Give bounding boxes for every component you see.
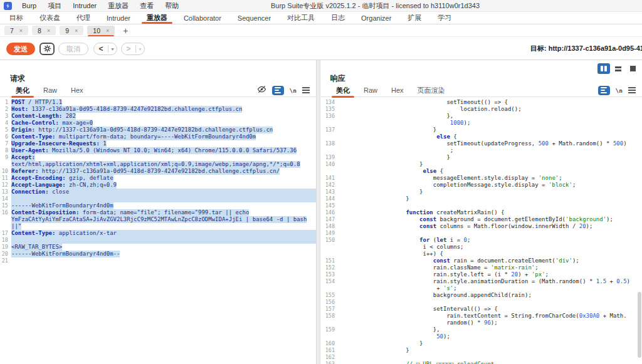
layout-rows-button[interactable]	[612, 63, 624, 74]
layout-single-button[interactable]	[626, 63, 639, 74]
panel-splitter[interactable]	[316, 60, 320, 364]
close-tab-icon[interactable]: ×	[47, 28, 50, 34]
session-tab[interactable]: 10×	[87, 26, 115, 35]
code-text: Origin: http://1337-c136a91a-0d95-418d-8…	[11, 127, 273, 133]
code-line: 17Content-Type: application/x-tar	[0, 230, 316, 237]
session-tab[interactable]: 9×	[60, 26, 83, 35]
scrollbar-thumb[interactable]	[638, 292, 641, 358]
menu-item[interactable]: 帮助	[159, 2, 184, 9]
editor-view-tab[interactable]: 美化	[9, 84, 36, 97]
line-number	[320, 133, 338, 140]
menu-item[interactable]: 项目	[42, 2, 67, 9]
code-line: 161 }	[320, 347, 642, 354]
main-tab[interactable]: Intruder	[98, 12, 139, 24]
line-number: 149	[320, 230, 338, 237]
line-number: 20	[0, 251, 11, 257]
hamburger-menu-icon[interactable]	[302, 87, 310, 93]
line-number: 142	[320, 182, 338, 189]
code-line: 9Accept:	[0, 154, 316, 161]
code-line: 3Content-Length: 282	[0, 113, 316, 120]
code-line: + 's';	[320, 285, 642, 292]
line-number: 155	[320, 292, 338, 299]
editor-view-tab[interactable]: Hex	[64, 84, 90, 97]
editor-view-tab[interactable]: 美化	[329, 84, 357, 97]
close-tab-icon[interactable]: ×	[19, 28, 23, 34]
code-line: 18	[0, 237, 316, 244]
main-tab[interactable]: 学习	[429, 12, 460, 24]
settings-button[interactable]	[39, 43, 55, 55]
code-line: 7Upgrade-Insecure-Requests: 1	[0, 140, 316, 147]
menu-item[interactable]: Intruder	[67, 2, 102, 9]
main-tab[interactable]: Collaborator	[176, 12, 229, 24]
cancel-button[interactable]: 取消	[58, 43, 88, 55]
pretty-print-icon[interactable]	[272, 86, 284, 95]
code-line: ;	[320, 147, 642, 154]
code-text: for (let i = 0;	[338, 237, 470, 244]
menu-item[interactable]: Burp	[16, 2, 42, 9]
main-tab[interactable]: 扩展	[399, 12, 429, 24]
code-text: Connection: close	[11, 189, 316, 195]
session-tab[interactable]: 8×	[32, 26, 56, 35]
response-editor[interactable]: 134 setTimeout(() => {135 location.reloa…	[320, 98, 642, 364]
code-text: rain.textContent = String.fromCharCode(0…	[338, 313, 627, 320]
repeater-toolbar: 发送 取消 < ▼ > ▼ 目标: http://1337-c136a91a-0…	[0, 36, 642, 60]
code-text: },	[338, 326, 440, 333]
history-forward-button[interactable]: > ▼	[121, 43, 145, 55]
main-tab[interactable]: 重放器	[139, 12, 176, 24]
editor-view-tab[interactable]: Raw	[36, 84, 64, 97]
main-tab[interactable]: 目标	[1, 12, 31, 24]
main-tab[interactable]: 对比工具	[279, 12, 323, 24]
code-text: POST / HTTP/1.1	[11, 99, 62, 106]
newline-icon[interactable]: \n	[616, 87, 623, 94]
line-number: 153	[320, 271, 338, 278]
request-editor[interactable]: 1POST / HTTP/1.12Host: 1337-c136a91a-0d9…	[0, 98, 316, 364]
gear-icon	[43, 44, 51, 54]
code-text: function createMatrixRain() {	[338, 209, 505, 216]
editor-view-tab[interactable]: Hex	[384, 84, 411, 97]
code-text	[11, 237, 316, 244]
main-tab[interactable]: Organizer	[353, 12, 399, 24]
session-tab-bar: 7×8×9×10× +	[0, 24, 642, 36]
line-number	[0, 223, 11, 230]
line-number: 5	[0, 127, 11, 133]
pretty-print-icon[interactable]	[598, 86, 610, 95]
editor-view-tab[interactable]: Raw	[357, 84, 384, 97]
line-number: 136	[320, 113, 338, 120]
line-number: 156	[320, 299, 338, 306]
main-tab[interactable]: 代理	[68, 12, 98, 24]
hamburger-menu-icon[interactable]	[628, 87, 636, 93]
target-url: 目标: http://1337-c136a91a-0d95-418d-	[530, 44, 642, 53]
close-tab-icon[interactable]: ×	[106, 28, 109, 34]
line-number: 138	[320, 140, 338, 147]
code-text: const columns = Math.floor(window.innerW…	[338, 223, 592, 230]
send-button[interactable]: 发送	[6, 43, 35, 55]
dropdown-arrow-icon[interactable]: ▼	[108, 47, 117, 51]
eye-slash-icon[interactable]	[257, 85, 266, 96]
line-number: 21	[0, 257, 11, 264]
line-number: 19	[0, 244, 11, 251]
add-tab-button[interactable]: +	[118, 26, 132, 36]
line-number: 147	[320, 216, 338, 223]
main-tab[interactable]: 日志	[323, 12, 353, 24]
title-bar: Burp项目Intruder重放器查看帮助 Burp Suite专业版 v202…	[0, 0, 642, 12]
session-tabs: 7×8×9×10×	[4, 26, 118, 35]
session-tab[interactable]: 7×	[4, 26, 28, 35]
layout-columns-button[interactable]	[597, 63, 610, 74]
line-number: 163	[320, 361, 338, 364]
window-title: Burp Suite专业版 v2025.1.2 - 临时项目 - license…	[271, 0, 480, 12]
code-line: 142 completionMessage.style.display = 'b…	[320, 182, 642, 189]
dropdown-arrow-icon[interactable]: ▼	[136, 47, 144, 51]
code-line: 144 }	[320, 195, 642, 202]
editor-view-tab[interactable]: 页面渲染	[411, 84, 452, 97]
history-back-button[interactable]: < ▼	[93, 43, 117, 55]
code-line: 146 function createMatrixRain() {	[320, 209, 642, 216]
line-number	[320, 333, 338, 340]
code-line: 14	[0, 195, 316, 202]
code-text: }	[338, 127, 436, 133]
main-tab[interactable]: Sequencer	[229, 12, 279, 24]
menu-item[interactable]: 查看	[134, 2, 159, 9]
main-tab[interactable]: 仪表盘	[31, 12, 68, 24]
close-tab-icon[interactable]: ×	[75, 28, 78, 34]
menu-item[interactable]: 重放器	[102, 2, 134, 9]
newline-icon[interactable]: \n	[290, 87, 297, 94]
